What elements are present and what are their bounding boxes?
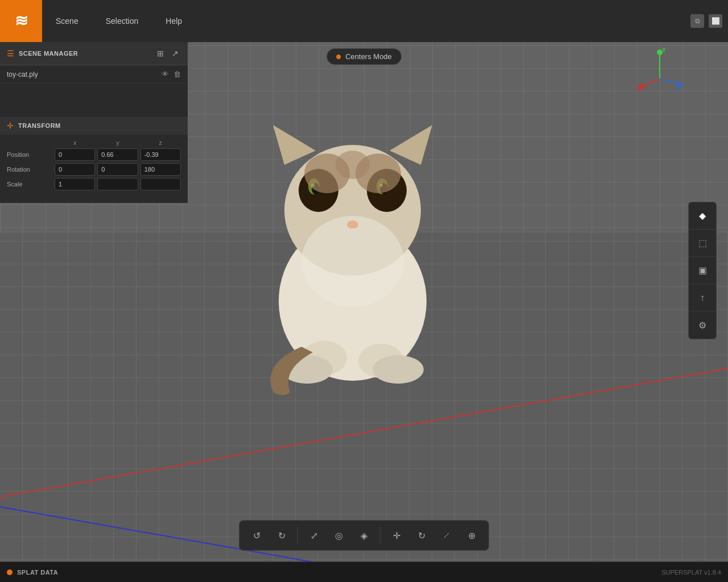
move-icon: ✛ xyxy=(393,530,400,541)
select-rect-icon: ⤢ xyxy=(311,530,318,541)
svg-text:G: G xyxy=(637,86,642,92)
status-label: SPLAT DATA xyxy=(17,569,58,576)
undo-button[interactable]: ↺ xyxy=(245,524,268,547)
position-y-input[interactable] xyxy=(97,148,138,161)
label-x: x xyxy=(55,139,95,146)
position-z-input[interactable] xyxy=(140,148,181,161)
scene-manager-title: SCENE MANAGER xyxy=(19,50,78,57)
bottom-toolbar: ↺ ↻ ⤢ ◎ ◈ ✛ ↻ ⟋ ⊕ xyxy=(239,520,489,551)
svg-line-27 xyxy=(660,79,678,84)
rotation-x-input[interactable] xyxy=(55,163,95,176)
logo-button[interactable]: ≋ xyxy=(0,0,42,42)
svg-marker-2 xyxy=(273,125,316,165)
transform-row-rotation: Rotation xyxy=(7,163,181,176)
separator-1 xyxy=(297,527,298,544)
scene-item-toy-cat[interactable]: toy-cat.ply 👁 🗑 xyxy=(0,65,188,84)
move-button[interactable]: ✛ xyxy=(385,524,408,547)
select-lasso-button[interactable]: ◈ xyxy=(353,524,375,547)
centers-mode-dot xyxy=(336,55,341,59)
transform-header: ✛ TRANSFORM xyxy=(0,117,188,135)
toolbar-btn-frame[interactable]: ⬚ xyxy=(689,230,716,257)
scale-x-input[interactable] xyxy=(55,178,95,190)
scene-item-delete[interactable]: 🗑 xyxy=(173,70,181,78)
scale-z-input[interactable] xyxy=(140,178,181,190)
label-y: y xyxy=(97,139,138,146)
separator-2 xyxy=(380,527,380,544)
svg-point-20 xyxy=(301,216,404,307)
rotation-label: Rotation xyxy=(7,166,52,173)
scale-label: Scale xyxy=(7,181,52,188)
arrow-icon: ↑ xyxy=(700,293,705,303)
logo-icon: ≋ xyxy=(15,13,28,29)
rotation-z-input[interactable] xyxy=(140,163,181,176)
window-btn-2[interactable]: ⬜ xyxy=(709,14,722,28)
window-icon-1: ⧉ xyxy=(695,17,700,25)
scene-manager-header: ☰ SCENE MANAGER ⊞ ↗ xyxy=(0,42,188,65)
select-circle-button[interactable]: ◎ xyxy=(328,524,350,547)
svg-point-19 xyxy=(373,355,424,384)
label-empty xyxy=(7,139,52,146)
scale-button[interactable]: ⟋ xyxy=(435,524,458,547)
scene-item-visibility[interactable]: 👁 xyxy=(162,70,169,78)
world-icon: ⊕ xyxy=(468,530,475,541)
topbar: ≋ Scene Selection Help ⧉ ⬜ xyxy=(0,0,728,42)
redo-button[interactable]: ↻ xyxy=(270,524,293,547)
transform-section: ✛ TRANSFORM x y z Position Rotation xyxy=(0,117,188,197)
select-circle-icon: ◎ xyxy=(335,530,343,541)
centers-mode-label: Centers Mode xyxy=(345,52,392,61)
select-rect-button[interactable]: ⤢ xyxy=(303,524,325,547)
select-lasso-icon: ◈ xyxy=(361,530,367,541)
scale-y-input[interactable] xyxy=(97,178,138,190)
world-button[interactable]: ⊕ xyxy=(460,524,483,547)
transform-row-scale: Scale xyxy=(7,178,181,190)
transform-grid: x y z Position Rotation Scale xyxy=(0,135,188,197)
statusbar: SPLAT DATA SUPERSPLAT v1.8.4 xyxy=(0,562,728,582)
toolbar-btn-arrow[interactable]: ↑ xyxy=(689,284,716,311)
left-panel: ☰ SCENE MANAGER ⊞ ↗ toy-cat.ply 👁 🗑 ✛ TR… xyxy=(0,42,188,203)
scene-add-btn[interactable]: ⊞ xyxy=(155,48,166,59)
frame-icon: ⬚ xyxy=(698,238,707,248)
scene-item-actions: 👁 🗑 xyxy=(162,70,181,78)
select-icon: ◆ xyxy=(699,210,706,221)
settings-icon: ⚙ xyxy=(698,320,706,331)
transform-title: TRANSFORM xyxy=(18,122,61,129)
svg-line-24 xyxy=(643,79,660,86)
window-btn-1[interactable]: ⧉ xyxy=(690,14,704,28)
version-text: SUPERSPLAT v1.8.4 xyxy=(661,569,721,576)
scale-icon: ⟋ xyxy=(442,530,451,541)
cat-model xyxy=(228,91,512,421)
toolbar-btn-settings[interactable]: ⚙ xyxy=(689,311,716,339)
transform-labels: x y z xyxy=(7,139,181,146)
position-label: Position xyxy=(7,151,52,158)
rotate-icon: ↻ xyxy=(418,530,425,541)
scene-spacer xyxy=(0,84,188,112)
scene-manager-actions: ⊞ ↗ xyxy=(155,48,181,59)
svg-point-15 xyxy=(336,151,370,179)
right-toolbar: ◆ ⬚ ▣ ↑ ⚙ xyxy=(688,202,717,339)
menu-selection[interactable]: Selection xyxy=(92,0,152,42)
svg-marker-3 xyxy=(390,125,432,165)
rotation-y-input[interactable] xyxy=(97,163,138,176)
status-dot xyxy=(7,569,13,575)
menu-help[interactable]: Help xyxy=(152,0,196,42)
redo-icon: ↻ xyxy=(278,530,286,541)
transform-row-position: Position xyxy=(7,148,181,161)
toolbar-btn-select[interactable]: ◆ xyxy=(689,202,716,230)
window-icon-2: ⬜ xyxy=(712,17,720,25)
window-controls: ⧉ ⬜ xyxy=(690,14,722,28)
label-z: z xyxy=(140,139,181,146)
toolbar-btn-box[interactable]: ▣ xyxy=(689,257,716,284)
svg-text:Y: Y xyxy=(662,48,666,53)
scene-item-name: toy-cat.ply xyxy=(7,70,162,78)
svg-text:Z: Z xyxy=(676,86,680,92)
box-icon: ▣ xyxy=(698,265,707,276)
scene-manager-icon: ☰ xyxy=(7,49,14,58)
menu-scene[interactable]: Scene xyxy=(42,0,92,42)
position-x-input[interactable] xyxy=(55,148,95,161)
centers-mode-pill[interactable]: Centers Mode xyxy=(326,48,402,65)
rotate-button[interactable]: ↻ xyxy=(410,524,433,547)
undo-icon: ↺ xyxy=(253,530,260,541)
axis-indicator: Y G Z xyxy=(637,48,682,93)
transform-icon: ✛ xyxy=(7,121,14,130)
scene-import-btn[interactable]: ↗ xyxy=(169,48,181,59)
